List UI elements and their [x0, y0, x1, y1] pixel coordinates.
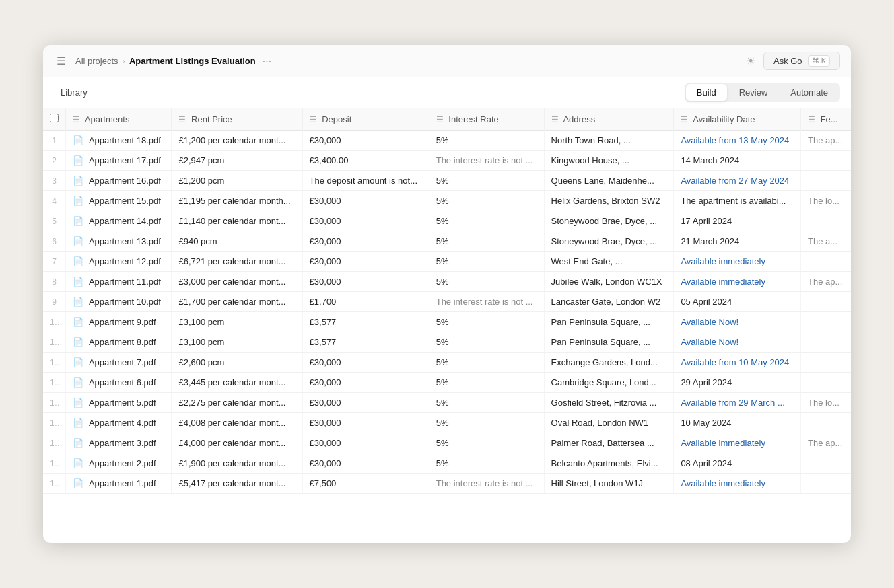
cell-deposit: £30,000 — [302, 373, 429, 393]
col-apartments-icon: ☰ — [73, 115, 80, 124]
cell-deposit: £30,000 — [302, 413, 429, 433]
cell-deposit: £30,000 — [302, 131, 429, 151]
row-number: 15 — [43, 413, 66, 433]
cell-extra — [801, 413, 852, 433]
row-number: 14 — [43, 393, 66, 413]
cell-extra — [801, 211, 852, 231]
cell-deposit: £1,700 — [302, 292, 429, 312]
cell-deposit: £3,577 — [302, 332, 429, 353]
row-number: 11 — [43, 332, 66, 353]
cell-apartment-name[interactable]: 📄 Appartment 5.pdf — [66, 393, 172, 413]
cell-rent: £1,700 per calendar mont... — [172, 292, 302, 312]
dots-menu-button[interactable]: ··· — [260, 55, 274, 67]
cell-rent: £1,200 per calendar mont... — [172, 131, 302, 151]
cell-extra: The a... — [801, 231, 852, 252]
tab-build[interactable]: Build — [686, 84, 727, 101]
cell-extra — [801, 292, 852, 312]
cell-interest-rate: 5% — [429, 413, 544, 433]
cell-apartment-name[interactable]: 📄 Appartment 17.pdf — [66, 151, 172, 171]
cell-address: Hill Street, London W1J — [544, 474, 674, 494]
apartment-name-label: Appartment 5.pdf — [89, 398, 156, 408]
cell-apartment-name[interactable]: 📄 Appartment 15.pdf — [66, 191, 172, 211]
cell-apartment-name[interactable]: 📄 Appartment 12.pdf — [66, 252, 172, 272]
cell-apartment-name[interactable]: 📄 Appartment 11.pdf — [66, 272, 172, 292]
cell-rent: £2,600 pcm — [172, 353, 302, 373]
cell-availability: Available immediately — [674, 433, 801, 453]
table-container: ☰ Apartments ☰ Rent Price ☰ Deposit ☰ In… — [43, 108, 851, 543]
cell-interest-rate: 5% — [429, 252, 544, 272]
cell-interest-rate: 5% — [429, 373, 544, 393]
cell-rent: £3,445 per calendar mont... — [172, 373, 302, 393]
table-row: 14 📄 Appartment 5.pdf £2,275 per calenda… — [43, 393, 851, 413]
cell-availability: Available immediately — [674, 474, 801, 494]
table-row: 17 📄 Appartment 2.pdf £1,900 per calenda… — [43, 453, 851, 474]
cell-interest-rate: 5% — [429, 272, 544, 292]
apartment-name-label: Appartment 7.pdf — [89, 357, 156, 367]
file-icon: 📄 — [73, 357, 83, 367]
cell-address: West End Gate, ... — [544, 252, 674, 272]
col-interest-rate: ☰ Interest Rate — [429, 108, 544, 131]
cell-availability: Available Now! — [674, 332, 801, 353]
tab-review[interactable]: Review — [728, 84, 779, 101]
tab-group: Build Review Automate — [685, 83, 840, 102]
cell-apartment-name[interactable]: 📄 Appartment 18.pdf — [66, 131, 172, 151]
cell-apartment-name[interactable]: 📄 Appartment 10.pdf — [66, 292, 172, 312]
select-all-checkbox[interactable] — [50, 114, 59, 122]
cell-apartment-name[interactable]: 📄 Appartment 9.pdf — [66, 312, 172, 332]
cell-apartment-name[interactable]: 📄 Appartment 8.pdf — [66, 332, 172, 353]
col-extra: ☰ Fe... — [801, 108, 852, 131]
cell-apartment-name[interactable]: 📄 Appartment 1.pdf — [66, 474, 172, 494]
library-button[interactable]: Library — [54, 85, 94, 100]
apartment-name-label: Appartment 17.pdf — [89, 155, 161, 166]
cell-rent: £1,140 per calendar mont... — [172, 211, 302, 231]
apartment-name-label: Appartment 8.pdf — [89, 337, 156, 347]
cell-apartment-name[interactable]: 📄 Appartment 14.pdf — [66, 211, 172, 231]
cell-apartment-name[interactable]: 📄 Appartment 2.pdf — [66, 453, 172, 474]
cell-availability: Available immediately — [674, 272, 801, 292]
file-icon: 📄 — [73, 196, 83, 206]
row-number: 17 — [43, 453, 66, 474]
apartment-name-label: Appartment 4.pdf — [89, 418, 156, 428]
tab-automate[interactable]: Automate — [780, 84, 839, 101]
cell-availability: 21 March 2024 — [674, 231, 801, 252]
cell-apartment-name[interactable]: 📄 Appartment 6.pdf — [66, 373, 172, 393]
col-rent-icon: ☰ — [178, 115, 186, 124]
table-row: 3 📄 Appartment 16.pdf £1,200 pcm The dep… — [43, 171, 851, 191]
cell-extra — [801, 171, 852, 191]
theme-icon[interactable]: ☀ — [746, 54, 755, 67]
cell-deposit: £30,000 — [302, 231, 429, 252]
breadcrumb: All projects › Apartment Listings Evalua… — [75, 55, 274, 67]
cell-apartment-name[interactable]: 📄 Appartment 16.pdf — [66, 171, 172, 191]
row-number: 4 — [43, 191, 66, 211]
apartment-name-label: Appartment 9.pdf — [89, 317, 156, 327]
file-icon: 📄 — [73, 155, 83, 166]
ask-go-button[interactable]: Ask Go ⌘ K — [763, 52, 840, 70]
cell-rent: £1,195 per calendar month... — [172, 191, 302, 211]
cell-extra: The ap... — [801, 131, 852, 151]
cell-address: Oval Road, London NW1 — [544, 413, 674, 433]
file-icon: 📄 — [73, 216, 83, 226]
cell-address: Stoneywood Brae, Dyce, ... — [544, 211, 674, 231]
cell-apartment-name[interactable]: 📄 Appartment 7.pdf — [66, 353, 172, 373]
cell-apartment-name[interactable]: 📄 Appartment 4.pdf — [66, 413, 172, 433]
cell-extra — [801, 373, 852, 393]
apartment-name-label: Appartment 10.pdf — [89, 297, 161, 307]
col-extra-icon: ☰ — [808, 115, 815, 124]
file-icon: 📄 — [73, 458, 83, 468]
cell-deposit: £3,577 — [302, 312, 429, 332]
all-projects-link[interactable]: All projects — [75, 56, 118, 66]
cell-apartment-name[interactable]: 📄 Appartment 13.pdf — [66, 231, 172, 252]
checkbox-header[interactable] — [43, 108, 66, 131]
breadcrumb-separator: › — [123, 56, 125, 66]
file-icon: 📄 — [73, 438, 83, 448]
cell-address: Pan Peninsula Square, ... — [544, 312, 674, 332]
cell-availability: Available immediately — [674, 252, 801, 272]
file-icon: 📄 — [73, 236, 83, 246]
file-icon: 📄 — [73, 418, 83, 428]
cell-rent: £4,008 per calendar mont... — [172, 413, 302, 433]
cell-interest-rate: 5% — [429, 453, 544, 474]
cell-apartment-name[interactable]: 📄 Appartment 3.pdf — [66, 433, 172, 453]
sidebar-toggle-button[interactable]: ☰ — [54, 53, 69, 69]
cell-rent: £1,200 pcm — [172, 171, 302, 191]
cell-address: Lancaster Gate, London W2 — [544, 292, 674, 312]
